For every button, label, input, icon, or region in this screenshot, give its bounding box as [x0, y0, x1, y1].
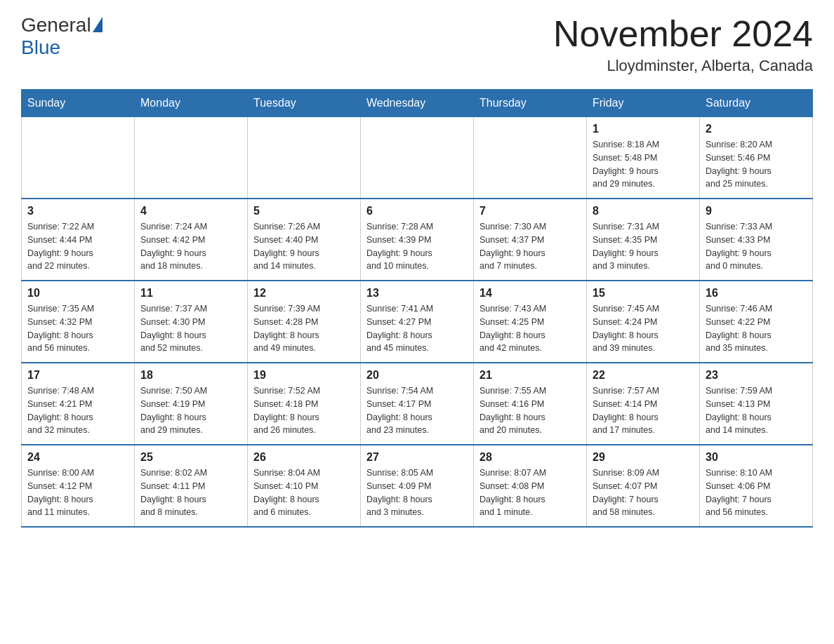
day-info: Sunrise: 8:05 AM Sunset: 4:09 PM Dayligh…	[366, 467, 468, 519]
day-number: 3	[27, 205, 128, 217]
day-cell: 6Sunrise: 7:28 AM Sunset: 4:39 PM Daylig…	[361, 199, 474, 281]
day-number: 5	[253, 205, 355, 217]
day-cell: 20Sunrise: 7:54 AM Sunset: 4:17 PM Dayli…	[361, 363, 474, 445]
day-info: Sunrise: 7:28 AM Sunset: 4:39 PM Dayligh…	[366, 220, 468, 273]
title-area: November 2024 Lloydminster, Alberta, Can…	[553, 14, 813, 75]
day-info: Sunrise: 7:41 AM Sunset: 4:27 PM Dayligh…	[366, 302, 468, 355]
day-cell: 17Sunrise: 7:48 AM Sunset: 4:21 PM Dayli…	[22, 363, 135, 445]
header: General Blue November 2024 Lloydminster,…	[21, 14, 813, 75]
day-info: Sunrise: 7:52 AM Sunset: 4:18 PM Dayligh…	[253, 384, 355, 437]
day-number: 15	[593, 287, 694, 300]
day-number: 16	[706, 287, 807, 300]
day-number: 18	[140, 369, 241, 382]
week-row-4: 17Sunrise: 7:48 AM Sunset: 4:21 PM Dayli…	[22, 363, 813, 445]
day-info: Sunrise: 7:22 AM Sunset: 4:44 PM Dayligh…	[27, 220, 128, 273]
day-number: 2	[706, 123, 807, 135]
day-cell: 18Sunrise: 7:50 AM Sunset: 4:19 PM Dayli…	[135, 363, 248, 445]
day-number: 22	[593, 369, 694, 382]
day-number: 27	[366, 451, 468, 464]
day-number: 7	[479, 205, 581, 217]
day-cell: 13Sunrise: 7:41 AM Sunset: 4:27 PM Dayli…	[361, 281, 474, 363]
day-number: 10	[27, 287, 128, 300]
day-cell: 1Sunrise: 8:18 AM Sunset: 5:48 PM Daylig…	[587, 117, 700, 199]
day-number: 20	[366, 369, 468, 382]
calendar-body: 1Sunrise: 8:18 AM Sunset: 5:48 PM Daylig…	[22, 117, 813, 528]
weekday-header-saturday: Saturday	[700, 90, 813, 117]
week-row-3: 10Sunrise: 7:35 AM Sunset: 4:32 PM Dayli…	[22, 281, 813, 363]
day-info: Sunrise: 7:59 AM Sunset: 4:13 PM Dayligh…	[706, 384, 807, 437]
weekday-header-sunday: Sunday	[22, 90, 135, 117]
day-number: 29	[593, 451, 694, 464]
day-number: 4	[140, 205, 241, 217]
day-cell: 15Sunrise: 7:45 AM Sunset: 4:24 PM Dayli…	[587, 281, 700, 363]
day-info: Sunrise: 7:26 AM Sunset: 4:40 PM Dayligh…	[253, 220, 355, 273]
day-number: 25	[140, 451, 241, 464]
day-info: Sunrise: 7:43 AM Sunset: 4:25 PM Dayligh…	[479, 302, 581, 355]
calendar-subtitle: Lloydminster, Alberta, Canada	[553, 57, 813, 75]
day-info: Sunrise: 7:54 AM Sunset: 4:17 PM Dayligh…	[366, 384, 468, 437]
day-info: Sunrise: 7:45 AM Sunset: 4:24 PM Dayligh…	[593, 302, 694, 355]
day-number: 21	[479, 369, 581, 382]
logo: General Blue	[21, 14, 102, 59]
day-info: Sunrise: 7:50 AM Sunset: 4:19 PM Dayligh…	[140, 384, 241, 437]
weekday-header-wednesday: Wednesday	[361, 90, 474, 117]
day-number: 1	[593, 123, 694, 135]
day-number: 13	[366, 287, 468, 300]
day-cell: 26Sunrise: 8:04 AM Sunset: 4:10 PM Dayli…	[248, 445, 361, 527]
day-info: Sunrise: 8:09 AM Sunset: 4:07 PM Dayligh…	[593, 467, 694, 519]
day-cell: 28Sunrise: 8:07 AM Sunset: 4:08 PM Dayli…	[474, 445, 587, 527]
week-row-2: 3Sunrise: 7:22 AM Sunset: 4:44 PM Daylig…	[22, 199, 813, 281]
day-cell: 3Sunrise: 7:22 AM Sunset: 4:44 PM Daylig…	[22, 199, 135, 281]
day-number: 6	[366, 205, 468, 217]
week-row-1: 1Sunrise: 8:18 AM Sunset: 5:48 PM Daylig…	[22, 117, 813, 199]
day-info: Sunrise: 8:20 AM Sunset: 5:46 PM Dayligh…	[706, 138, 807, 191]
day-number: 8	[593, 205, 694, 217]
day-cell: 24Sunrise: 8:00 AM Sunset: 4:12 PM Dayli…	[22, 445, 135, 527]
calendar-title: November 2024	[553, 14, 813, 54]
day-info: Sunrise: 8:00 AM Sunset: 4:12 PM Dayligh…	[27, 467, 128, 519]
day-cell: 9Sunrise: 7:33 AM Sunset: 4:33 PM Daylig…	[700, 199, 813, 281]
day-info: Sunrise: 7:37 AM Sunset: 4:30 PM Dayligh…	[140, 302, 241, 355]
logo-general-text: General	[21, 14, 91, 36]
day-number: 26	[253, 451, 355, 464]
day-cell: 30Sunrise: 8:10 AM Sunset: 4:06 PM Dayli…	[700, 445, 813, 527]
day-cell: 23Sunrise: 7:59 AM Sunset: 4:13 PM Dayli…	[700, 363, 813, 445]
calendar-table: SundayMondayTuesdayWednesdayThursdayFrid…	[21, 89, 813, 528]
weekday-header-tuesday: Tuesday	[248, 90, 361, 117]
day-info: Sunrise: 7:39 AM Sunset: 4:28 PM Dayligh…	[253, 302, 355, 355]
day-number: 28	[479, 451, 581, 464]
day-info: Sunrise: 7:30 AM Sunset: 4:37 PM Dayligh…	[479, 220, 581, 273]
day-number: 11	[140, 287, 241, 300]
day-number: 9	[706, 205, 807, 217]
day-cell: 8Sunrise: 7:31 AM Sunset: 4:35 PM Daylig…	[587, 199, 700, 281]
day-number: 17	[27, 369, 128, 382]
day-info: Sunrise: 7:33 AM Sunset: 4:33 PM Dayligh…	[706, 220, 807, 273]
day-cell: 29Sunrise: 8:09 AM Sunset: 4:07 PM Dayli…	[587, 445, 700, 527]
day-info: Sunrise: 7:46 AM Sunset: 4:22 PM Dayligh…	[706, 302, 807, 355]
day-info: Sunrise: 8:07 AM Sunset: 4:08 PM Dayligh…	[479, 467, 581, 519]
day-info: Sunrise: 7:48 AM Sunset: 4:21 PM Dayligh…	[27, 384, 128, 437]
calendar-header: SundayMondayTuesdayWednesdayThursdayFrid…	[22, 90, 813, 117]
day-info: Sunrise: 7:57 AM Sunset: 4:14 PM Dayligh…	[593, 384, 694, 437]
day-info: Sunrise: 8:04 AM Sunset: 4:10 PM Dayligh…	[253, 467, 355, 519]
day-cell: 25Sunrise: 8:02 AM Sunset: 4:11 PM Dayli…	[135, 445, 248, 527]
day-info: Sunrise: 7:31 AM Sunset: 4:35 PM Dayligh…	[593, 220, 694, 273]
day-cell: 10Sunrise: 7:35 AM Sunset: 4:32 PM Dayli…	[22, 281, 135, 363]
day-cell: 19Sunrise: 7:52 AM Sunset: 4:18 PM Dayli…	[248, 363, 361, 445]
day-info: Sunrise: 7:24 AM Sunset: 4:42 PM Dayligh…	[140, 220, 241, 273]
day-info: Sunrise: 8:10 AM Sunset: 4:06 PM Dayligh…	[706, 467, 807, 519]
logo-triangle-icon	[93, 17, 102, 32]
day-cell: 2Sunrise: 8:20 AM Sunset: 5:46 PM Daylig…	[700, 117, 813, 199]
day-number: 24	[27, 451, 128, 464]
day-cell: 5Sunrise: 7:26 AM Sunset: 4:40 PM Daylig…	[248, 199, 361, 281]
day-number: 30	[706, 451, 807, 464]
day-cell: 22Sunrise: 7:57 AM Sunset: 4:14 PM Dayli…	[587, 363, 700, 445]
day-info: Sunrise: 8:02 AM Sunset: 4:11 PM Dayligh…	[140, 467, 241, 519]
day-cell	[248, 117, 361, 199]
day-cell	[474, 117, 587, 199]
day-info: Sunrise: 8:18 AM Sunset: 5:48 PM Dayligh…	[593, 138, 694, 191]
day-number: 19	[253, 369, 355, 382]
weekday-header-monday: Monday	[135, 90, 248, 117]
day-cell: 21Sunrise: 7:55 AM Sunset: 4:16 PM Dayli…	[474, 363, 587, 445]
day-cell	[361, 117, 474, 199]
